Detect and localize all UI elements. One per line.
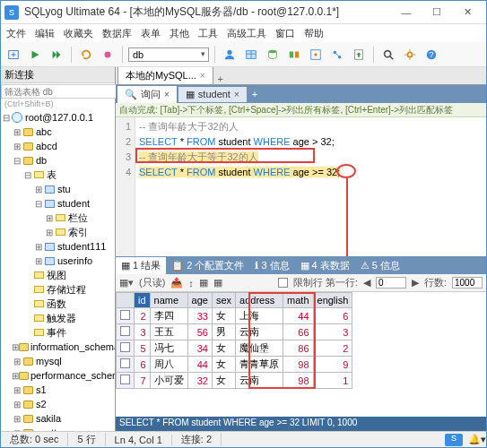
filter-icon[interactable]: ▦	[213, 277, 222, 289]
table-row[interactable]: 5冯七34女魔仙堡862	[117, 340, 352, 357]
col-header[interactable]: sex	[212, 293, 235, 308]
table-row[interactable]: 6周八44女青青草原989	[117, 357, 352, 373]
tree-node[interactable]: ⊞sakila	[1, 411, 115, 426]
menu-table[interactable]: 表单	[141, 27, 161, 40]
sync-icon[interactable]	[285, 46, 303, 64]
separator	[373, 47, 374, 63]
search-icon[interactable]	[379, 46, 397, 64]
database-combo[interactable]: db	[128, 47, 209, 62]
help-icon[interactable]: ?	[422, 46, 440, 64]
result-tab-5[interactable]: ⚠ 5 信息	[355, 257, 405, 274]
table-row[interactable]: 3王五56男云南663	[117, 324, 352, 340]
result-tab-3[interactable]: ℹ 3 信息	[249, 257, 294, 274]
object-tree[interactable]: ⊟root@127.0.0.1⊞abc⊞abcd⊟db⊟表⊞stu⊟studen…	[1, 108, 115, 431]
tree-node[interactable]: ⊞s2	[1, 397, 115, 411]
tree-node[interactable]: 触发器	[1, 311, 115, 325]
sidebar: 新连接 (Ctrl+Shift+B) ⊟root@127.0.0.1⊞abc⊞a…	[1, 67, 116, 431]
tree-node[interactable]: ⊞栏位	[1, 211, 115, 225]
sort-icon[interactable]: ↕	[188, 278, 194, 289]
close-icon[interactable]: ×	[234, 90, 239, 99]
menu-window[interactable]: 窗口	[275, 27, 295, 40]
svg-point-17	[385, 50, 391, 56]
tree-node[interactable]: ⊞abc	[1, 125, 115, 139]
col-header[interactable]: address	[236, 293, 283, 308]
execute-all-icon[interactable]	[48, 46, 65, 64]
next-icon[interactable]: ▶	[412, 277, 419, 289]
minimize-button[interactable]: —	[391, 3, 422, 22]
view-icon[interactable]: ▦	[199, 277, 208, 289]
filter-input[interactable]	[1, 84, 122, 99]
tree-node[interactable]: ⊟表	[1, 168, 115, 182]
query-tab-student[interactable]: ▦student×	[178, 87, 247, 102]
col-header[interactable]: english	[313, 293, 352, 308]
close-icon[interactable]: ×	[200, 71, 205, 81]
result-tab-1[interactable]: ▦ 1 结果	[116, 257, 166, 274]
menu-advtools[interactable]: 高级工具	[227, 27, 266, 40]
tree-node[interactable]: ⊞mysql	[1, 354, 115, 368]
execute-icon[interactable]	[26, 46, 44, 64]
tree-node[interactable]: ⊞索引	[1, 225, 115, 239]
prev-icon[interactable]: ◀	[363, 277, 370, 289]
code-area[interactable]: -- 查询年龄大于32的人 SELECT * FROM student WHER…	[135, 117, 486, 256]
query-tab[interactable]: 🔍询问×	[117, 86, 177, 103]
backup-icon[interactable]	[264, 46, 282, 64]
col-header[interactable]: name	[150, 293, 187, 308]
svg-marker-1	[32, 50, 39, 58]
limit-checkbox[interactable]	[278, 278, 288, 288]
menu-tools[interactable]: 工具	[198, 27, 218, 40]
export-icon[interactable]: 📤	[170, 277, 183, 289]
sql-editor[interactable]: 1234 -- 查询年龄大于32的人 SELECT * FROM student…	[116, 117, 486, 256]
schema-icon[interactable]	[328, 46, 346, 64]
table-icon[interactable]	[242, 46, 260, 64]
tree-node[interactable]: ⊞performance_schema	[1, 368, 115, 383]
tree-node[interactable]: ⊞s1	[1, 383, 115, 397]
table-row[interactable]: 2李四33女上海446	[117, 308, 352, 324]
export-icon[interactable]	[350, 46, 368, 64]
first-row-input[interactable]	[376, 277, 406, 289]
tree-node[interactable]: ⊟student	[1, 196, 115, 211]
refresh-icon[interactable]	[77, 46, 95, 64]
add-connection-button[interactable]: +	[213, 73, 228, 84]
menu-edit[interactable]: 编辑	[35, 27, 55, 40]
result-tab-2[interactable]: 📋 2 个配置文件	[166, 257, 249, 274]
user-icon[interactable]	[221, 46, 239, 64]
close-button[interactable]: ✕	[452, 3, 483, 22]
tree-node[interactable]: ⊞student111	[1, 239, 115, 254]
menu-fav[interactable]: 收藏夹	[64, 27, 93, 40]
filter-box	[1, 83, 115, 99]
result-grid[interactable]: idnameagesexaddressmathenglish2李四33女上海44…	[116, 292, 486, 417]
new-connection-icon[interactable]	[4, 46, 22, 64]
maximize-button[interactable]: ☐	[422, 3, 452, 22]
tool-icon[interactable]	[99, 46, 117, 64]
close-icon[interactable]: ×	[164, 90, 170, 99]
connection-tab[interactable]: 本地的MySQL...×	[117, 67, 213, 84]
table-row[interactable]: 7小可爱32女云南981	[117, 373, 352, 389]
tree-node[interactable]: ⊞abcd	[1, 139, 115, 153]
tree-node[interactable]: 事件	[1, 325, 115, 340]
tree-node[interactable]: ⊟db	[1, 153, 115, 168]
tree-node[interactable]: ⊞userinfo	[1, 254, 115, 268]
tree-node[interactable]: 存储过程	[1, 282, 115, 297]
tree-node[interactable]: ⊞information_schema	[1, 340, 115, 354]
col-header[interactable]: id	[135, 293, 151, 308]
add-tab-button[interactable]: +	[248, 89, 261, 99]
notification-icon[interactable]: 🔔▾	[468, 434, 486, 445]
tree-node[interactable]: 视图	[1, 268, 115, 282]
col-header[interactable]: age	[187, 293, 212, 308]
menu-database[interactable]: 数据库	[102, 27, 132, 40]
settings-icon[interactable]	[401, 46, 419, 64]
tree-node[interactable]: 函数	[1, 297, 115, 311]
col-header[interactable]: math	[283, 293, 313, 308]
menu-file[interactable]: 文件	[6, 27, 26, 40]
result-tab-4[interactable]: ▦ 4 表数据	[295, 257, 355, 274]
query-icon: 🔍	[125, 89, 137, 100]
connection-tabs: 本地的MySQL...× +	[116, 67, 486, 85]
titlebar: S SQLyog Ultimate 64 - [本地的MySQL服务器/db -…	[1, 1, 486, 24]
menu-help[interactable]: 帮助	[304, 27, 324, 40]
menu-other[interactable]: 其他	[170, 27, 189, 40]
tree-node[interactable]: ⊞stu	[1, 182, 115, 196]
grid-view-icon[interactable]: ▦▾	[119, 277, 134, 289]
tree-node[interactable]: ⊟root@127.0.0.1	[1, 110, 115, 125]
query-build-icon[interactable]	[307, 46, 325, 64]
row-count-input[interactable]	[452, 277, 483, 289]
